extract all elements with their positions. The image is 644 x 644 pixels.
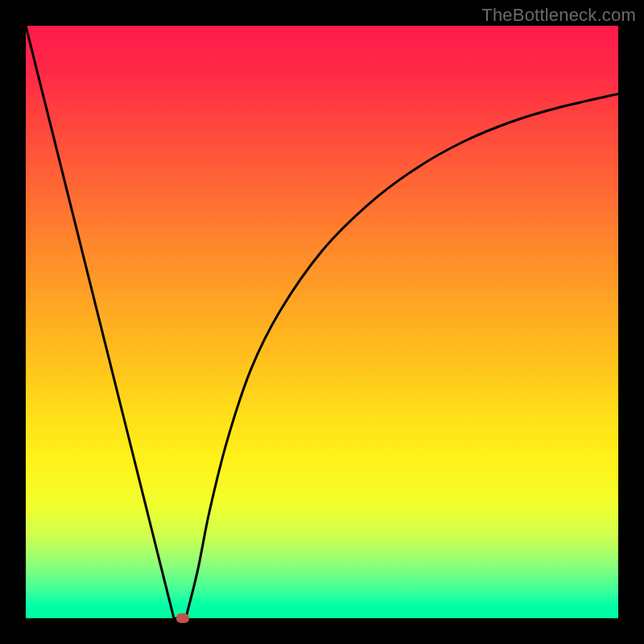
watermark-text: TheBottleneck.com	[481, 5, 636, 26]
chart-frame: TheBottleneck.com	[0, 0, 644, 644]
min-point-marker	[176, 613, 189, 623]
curve-path	[26, 26, 618, 618]
bottleneck-curve	[26, 26, 618, 618]
plot-area	[26, 26, 618, 618]
